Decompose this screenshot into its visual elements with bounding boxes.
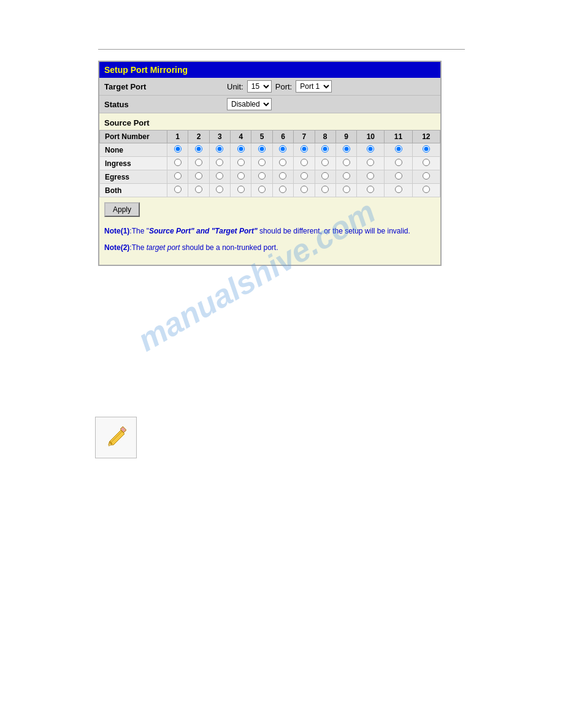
apply-section: Apply (99, 197, 440, 222)
setup-title: Setup Port Mirroring (99, 62, 440, 78)
note1-text: :The " (129, 227, 149, 235)
apply-button[interactable]: Apply (104, 202, 140, 217)
ingress-radio-7[interactable] (294, 157, 315, 170)
ingress-radio-5[interactable] (251, 157, 272, 170)
none-radio-10[interactable] (357, 143, 385, 157)
ingress-radio-10[interactable] (357, 157, 385, 170)
both-radio-10[interactable] (357, 184, 385, 197)
none-radio-9[interactable] (335, 143, 356, 157)
row-label-ingress: Ingress (100, 157, 167, 170)
ingress-radio-1[interactable] (167, 157, 188, 170)
ingress-radio-2[interactable] (188, 157, 209, 170)
port-select[interactable]: Port 1 Port 2 Port 3 Port 4 (296, 80, 332, 93)
row-label-none: None (100, 143, 167, 157)
none-radio-2[interactable] (188, 143, 209, 157)
status-row: Status Disabled Enabled (99, 96, 440, 113)
target-port-row: Target Port Unit: 15 14 16 Port: Port 1 … (99, 78, 440, 96)
note2-italic: target port (147, 243, 180, 252)
ingress-radio-4[interactable] (231, 157, 251, 170)
table-row-none: None (100, 143, 440, 157)
egress-radio-9[interactable] (335, 170, 356, 184)
egress-radio-7[interactable] (294, 170, 315, 184)
table-row-ingress: Ingress (100, 157, 440, 170)
both-radio-11[interactable] (385, 184, 412, 197)
col-header-5: 5 (251, 131, 272, 143)
both-radio-3[interactable] (209, 184, 230, 197)
col-header-3: 3 (209, 131, 230, 143)
both-radio-12[interactable] (412, 184, 440, 197)
col-header-7: 7 (294, 131, 315, 143)
col-header-11: 11 (385, 131, 412, 143)
table-row-egress: Egress (100, 170, 440, 184)
note-1: Note(1):The "Source Port" and "Target Po… (104, 226, 435, 237)
col-header-port-number: Port Number (100, 131, 167, 143)
row-label-egress: Egress (100, 170, 167, 184)
both-radio-1[interactable] (167, 184, 188, 197)
egress-radio-2[interactable] (188, 170, 209, 184)
col-header-2: 2 (188, 131, 209, 143)
note2-text: :The (129, 243, 146, 252)
both-radio-7[interactable] (294, 184, 315, 197)
note1-suffix: should be different, or the setup will b… (258, 227, 410, 235)
none-radio-1[interactable] (167, 143, 188, 157)
col-header-10: 10 (357, 131, 385, 143)
none-radio-6[interactable] (272, 143, 293, 157)
ingress-radio-6[interactable] (272, 157, 293, 170)
port-table: Port Number 1 2 3 4 5 6 7 8 9 10 11 12 (99, 130, 440, 197)
egress-radio-8[interactable] (315, 170, 335, 184)
unit-label: Unit: (227, 82, 243, 91)
port-label: Port: (275, 82, 292, 91)
both-radio-2[interactable] (188, 184, 209, 197)
note2-suffix: should be a non-trunked port. (180, 243, 278, 252)
status-label: Status (104, 100, 227, 109)
source-port-header: Source Port (99, 113, 440, 130)
setup-port-mirroring-box: Setup Port Mirroring Target Port Unit: 1… (98, 61, 442, 266)
ingress-radio-11[interactable] (385, 157, 412, 170)
col-header-4: 4 (231, 131, 251, 143)
status-select[interactable]: Disabled Enabled (227, 98, 272, 110)
target-port-controls: Unit: 15 14 16 Port: Port 1 Port 2 Port … (227, 80, 332, 93)
none-radio-7[interactable] (294, 143, 315, 157)
none-radio-4[interactable] (231, 143, 251, 157)
col-header-8: 8 (315, 131, 335, 143)
table-header-row: Port Number 1 2 3 4 5 6 7 8 9 10 11 12 (100, 131, 440, 143)
top-divider (98, 49, 465, 50)
both-radio-9[interactable] (335, 184, 356, 197)
none-radio-11[interactable] (385, 143, 412, 157)
egress-radio-6[interactable] (272, 170, 293, 184)
both-radio-4[interactable] (231, 184, 251, 197)
none-radio-12[interactable] (412, 143, 440, 157)
target-port-label: Target Port (104, 82, 227, 91)
both-radio-8[interactable] (315, 184, 335, 197)
egress-radio-11[interactable] (385, 170, 412, 184)
ingress-radio-8[interactable] (315, 157, 335, 170)
row-label-both: Both (100, 184, 167, 197)
note2-prefix: Note(2) (104, 243, 129, 252)
egress-radio-5[interactable] (251, 170, 272, 184)
col-header-9: 9 (335, 131, 356, 143)
col-header-6: 6 (272, 131, 293, 143)
egress-radio-1[interactable] (167, 170, 188, 184)
table-row-both: Both (100, 184, 440, 197)
notes-section: Note(1):The "Source Port" and "Target Po… (99, 222, 440, 265)
egress-radio-4[interactable] (231, 170, 251, 184)
ingress-radio-3[interactable] (209, 157, 230, 170)
note-2: Note(2):The target port should be a non-… (104, 242, 435, 254)
egress-radio-3[interactable] (209, 170, 230, 184)
ingress-radio-9[interactable] (335, 157, 356, 170)
none-radio-3[interactable] (209, 143, 230, 157)
egress-radio-12[interactable] (412, 170, 440, 184)
none-radio-8[interactable] (315, 143, 335, 157)
status-controls: Disabled Enabled (227, 98, 272, 110)
note1-prefix: Note(1) (104, 227, 129, 235)
pencil-icon (95, 417, 137, 458)
unit-select[interactable]: 15 14 16 (247, 80, 272, 93)
none-radio-5[interactable] (251, 143, 272, 157)
col-header-12: 12 (412, 131, 440, 143)
ingress-radio-12[interactable] (412, 157, 440, 170)
egress-radio-10[interactable] (357, 170, 385, 184)
col-header-1: 1 (167, 131, 188, 143)
both-radio-5[interactable] (251, 184, 272, 197)
both-radio-6[interactable] (272, 184, 293, 197)
note1-italic: Source Port" and "Target Port" (149, 227, 258, 235)
